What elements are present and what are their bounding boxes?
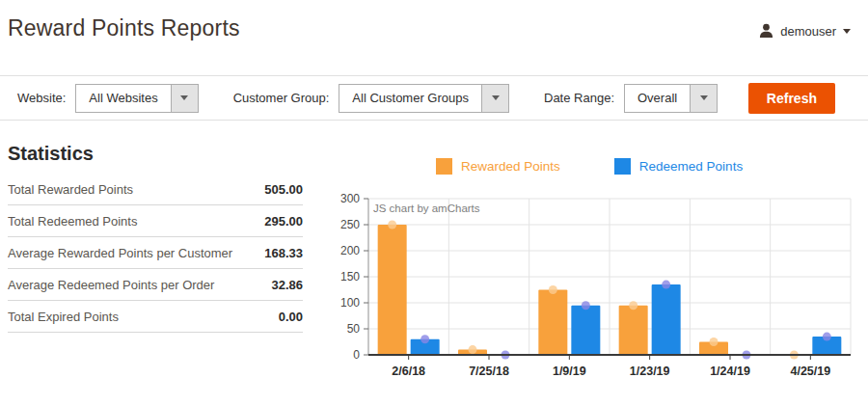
website-select[interactable]: All Websites xyxy=(75,84,198,113)
bar-bullet xyxy=(629,301,637,310)
user-menu[interactable]: demouser xyxy=(759,23,851,39)
date-range-select-value: Overall xyxy=(625,85,690,112)
legend-swatch-rewarded xyxy=(436,158,452,175)
y-tick-label: 150 xyxy=(340,270,360,284)
statistics-heading: Statistics xyxy=(8,143,303,165)
y-tick-label: 100 xyxy=(340,296,360,310)
filter-bar: Website: All Websites Customer Group: Al… xyxy=(0,75,868,121)
legend-item-rewarded-points[interactable]: Rewarded Points xyxy=(436,158,560,175)
bar-bullet xyxy=(662,281,670,289)
date-range-select[interactable]: Overall xyxy=(624,84,718,113)
bar-rewarded[interactable] xyxy=(538,290,567,356)
website-select-value: All Websites xyxy=(76,85,170,112)
bar-chart: 0501001502002503002/6/187/25/181/9/191/2… xyxy=(326,189,862,392)
stat-label: Total Redeemed Points xyxy=(8,214,137,229)
table-row: Total Redeemed Points 295.00 xyxy=(8,205,303,237)
x-tick-label: 7/25/18 xyxy=(469,364,509,378)
date-range-select-caret-button[interactable] xyxy=(690,85,717,112)
website-label: Website: xyxy=(17,91,66,105)
stat-label: Total Expired Points xyxy=(8,310,119,324)
reward-points-reports-page: Reward Points Reports demouser Website: … xyxy=(0,0,868,405)
customer-group-select[interactable]: All Customer Groups xyxy=(339,84,509,113)
amcharts-watermark[interactable]: JS chart by amCharts xyxy=(373,202,480,214)
bar-redeemed[interactable] xyxy=(652,284,681,355)
stat-label: Total Rewarded Points xyxy=(8,182,133,197)
table-row: Total Expired Points 0.00 xyxy=(8,301,303,333)
chevron-down-icon xyxy=(700,95,708,100)
legend-item-redeemed-points[interactable]: Redeemed Points xyxy=(614,158,743,175)
user-icon xyxy=(759,23,773,39)
stat-label: Average Redeemed Points per Order xyxy=(8,278,214,292)
bar-bullet xyxy=(549,285,557,294)
bar-bullet xyxy=(469,345,477,354)
stat-value: 295.00 xyxy=(264,214,303,229)
x-tick-label: 2/6/18 xyxy=(392,364,425,378)
customer-group-select-caret-button[interactable] xyxy=(481,85,508,112)
bar-bullet xyxy=(710,338,719,346)
x-tick-label: 1/9/19 xyxy=(553,364,586,378)
stat-label: Average Rewarded Points per Customer xyxy=(8,246,232,260)
customer-group-label: Customer Group: xyxy=(233,91,330,105)
page-title: Reward Points Reports xyxy=(8,15,240,41)
chevron-down-icon xyxy=(843,29,851,34)
customer-group-select-value: All Customer Groups xyxy=(339,85,481,112)
x-tick-label: 1/24/19 xyxy=(710,364,750,378)
bar-bullet xyxy=(823,333,831,341)
refresh-button[interactable]: Refresh xyxy=(748,83,835,114)
date-range-label: Date Range: xyxy=(544,91,614,105)
date-range-filter-group: Date Range: Overall xyxy=(544,84,718,113)
chevron-down-icon xyxy=(180,95,188,100)
stat-value: 0.00 xyxy=(279,310,303,324)
legend-label-rewarded: Rewarded Points xyxy=(461,159,560,174)
website-filter-group: Website: All Websites xyxy=(17,84,199,113)
x-tick-label: 4/25/19 xyxy=(790,364,830,378)
stat-value: 32.86 xyxy=(271,278,303,292)
bar-bullet xyxy=(582,301,590,310)
y-tick-label: 0 xyxy=(353,348,360,362)
y-tick-label: 250 xyxy=(340,218,360,231)
bar-rewarded[interactable] xyxy=(619,306,648,355)
legend-swatch-redeemed xyxy=(614,158,631,175)
statistics-section: Statistics Total Rewarded Points 505.00 … xyxy=(8,143,303,333)
y-tick-label: 50 xyxy=(347,322,361,336)
legend-label-redeemed: Redeemed Points xyxy=(639,159,743,174)
bar-bullet xyxy=(388,221,396,230)
bar-rewarded[interactable] xyxy=(378,225,407,355)
table-row: Average Rewarded Points per Customer 168… xyxy=(8,237,303,269)
stat-value: 505.00 xyxy=(264,182,303,197)
user-name: demouser xyxy=(780,24,836,39)
customer-group-filter-group: Customer Group: All Customer Groups xyxy=(233,84,509,113)
y-tick-label: 300 xyxy=(340,192,360,205)
bar-redeemed[interactable] xyxy=(571,306,600,355)
chevron-down-icon xyxy=(492,95,500,100)
x-tick-label: 1/23/19 xyxy=(630,364,670,378)
y-tick-label: 200 xyxy=(340,244,360,257)
table-row: Total Rewarded Points 505.00 xyxy=(8,174,303,205)
website-select-caret-button[interactable] xyxy=(171,85,198,112)
stat-value: 168.33 xyxy=(264,246,303,260)
chart-legend: Rewarded Points Redeemed Points xyxy=(436,158,743,175)
bar-bullet xyxy=(420,335,429,343)
table-row: Average Redeemed Points per Order 32.86 xyxy=(8,269,303,301)
